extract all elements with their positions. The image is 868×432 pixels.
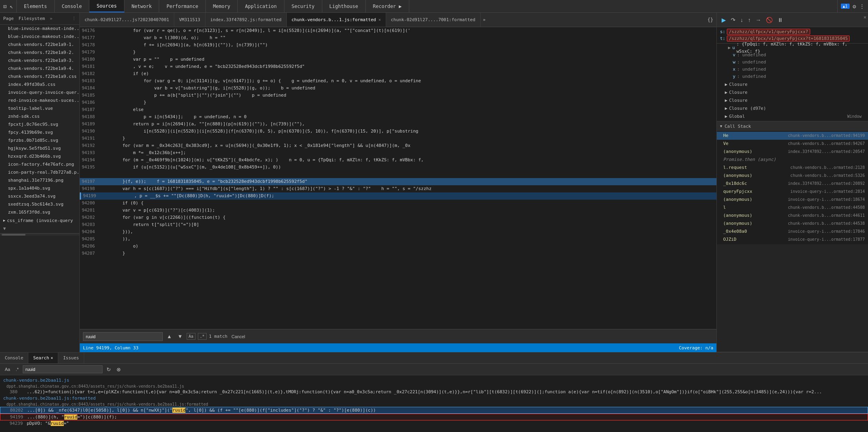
code-viewer[interactable]: 94176 for (var r = qe(), o = r[n(3123)],… [80,27,716,329]
file-tab-0[interactable]: chunk-02d91l27....js?20230407001 [80,13,174,27]
deactivate-breakpoints-button[interactable]: 🚫 [764,16,774,24]
search-regex-toggle-button[interactable]: .* [14,367,20,372]
bottom-tab-issues[interactable]: Issues [58,353,84,363]
tab-memory[interactable]: Memory [206,0,238,12]
call-stack-item[interactable]: Vechunk-vendors.b...ormatted:94267 [717,140,868,148]
sidebar-file-item[interactable]: chunk-vendors.f22be1a9.css [0,73,79,81]
code-line[interactable]: 94207 } [80,250,716,257]
sidebar-group-css-iframe[interactable]: ▶ css_iframe (invoice-query [0,216,79,224]
sidebar-file-item[interactable]: chunk-vendors.f22be1a9-1. [0,41,79,49]
step-button[interactable]: → [754,16,763,24]
call-stack-item[interactable]: (anonymous)invoice-query-i...ormatted:18… [717,196,868,204]
global-group[interactable]: ▶ Global Window [720,112,865,120]
sidebar-file-item[interactable]: znhd-sdk.css [0,113,79,121]
sidebar-file-item[interactable]: chunk-vendors.f22be1a9-4. [0,65,79,73]
settings-icon[interactable]: ⚙ [853,3,856,10]
sidebar-file-item[interactable]: zxm.165f3f0d.svg [0,208,79,216]
search-case-toggle-button[interactable]: Aa [3,367,12,372]
close-tab-icon[interactable]: × [379,18,381,22]
inline-search-input[interactable] [83,332,163,341]
sidebar-more-icon[interactable]: » [50,16,53,21]
call-stack-item[interactable]: l.requestchunk-vendors.b...ormatted:2128 [717,164,868,172]
search-result-line[interactable]: 94199...(880)](h, "ruuid=")[c(880)](f); [0,414,868,420]
search-result-line[interactable]: 94239pDpVO: "&ruuid=" [0,420,868,426]
closure-group-2[interactable]: ▶ Closure [720,88,865,96]
code-line[interactable]: 94195 if (u[n(5152)](u["wSsxC"](m, _0x4d… [80,164,716,171]
search-case-toggle[interactable]: Aa [187,333,195,340]
code-line[interactable]: 94204 })), [80,228,716,236]
code-line[interactable]: 94178 f += i[n(2694)](a, h[n(619)]("")),… [80,42,716,49]
file-tab-2[interactable]: index.33f47892.js:formatted [205,13,287,27]
sidebar-file-item[interactable]: icon-factory.f4e76afc.png [0,161,79,168]
tab-elements[interactable]: Elements [17,0,55,12]
call-stack-item[interactable]: OJZiDinvoice-query-i...ormatted:17877 [717,236,868,244]
file-tab-1[interactable]: VM311513 [174,13,205,27]
call-stack-item[interactable]: (anonymous)chunk-vendors.b...ormatted:53… [717,172,868,180]
search-next-icon[interactable]: ▼ [176,333,184,340]
code-line[interactable]: 94186 } [80,99,716,106]
code-line[interactable]: 94191 } [80,135,716,142]
code-line[interactable]: 94180 var p = "" p = undefined [80,56,716,63]
resume-button[interactable]: ▶ [720,16,728,24]
code-line[interactable]: 94176 for (var r = qe(), o = r[n(3123)],… [80,27,716,34]
sidebar-file-item[interactable]: ssxcx.3eed3a74.svg [0,192,79,200]
sidebar-file-item[interactable]: blue-invoice-makeout-inde... [0,25,79,33]
call-stack-item[interactable]: Hechunk-vendors.b...ormatted:94199 [717,132,868,140]
sidebar-file-item[interactable]: shanghai.31e77196.png [0,176,79,184]
pretty-print-icon[interactable]: {} [708,17,713,23]
code-line[interactable]: 94182 if (e) [80,70,716,77]
code-line[interactable]: 94189 return p = i[n(2694)](a, ""[n(880)… [80,121,716,128]
sidebar-file-item[interactable]: red-invoice-makeout-suces... [0,97,79,105]
sidebar-file-item[interactable]: index.49fd30a5.css [0,81,79,89]
call-stack-item[interactable]: _0x4e08a0invoice-query-i...ormatted:1784… [717,228,868,236]
code-line[interactable]: 94202 for (var g in v[c(2266)]((function… [80,214,716,221]
code-line[interactable]: 94198 var h = s[c(1687)]("?") === i["HiY… [80,185,716,192]
sidebar-file-item[interactable]: blue-invoice-makeout-inde... [0,33,79,41]
search-clear-icon[interactable]: ⊗ [115,366,122,373]
tab-console[interactable]: Console [55,0,90,12]
code-line[interactable] [80,171,716,178]
step-into-button[interactable]: ↓ [739,16,745,24]
close-right-panel-icon[interactable]: ✕ [864,14,866,20]
code-line[interactable]: 94201 var v = p[c(619)]("?")[c(4003)](1)… [80,207,716,214]
sidebar-file-item[interactable]: invoice-query-invoice-quer... [0,89,79,97]
overflow-menu-icon[interactable]: ⋮ [859,3,865,10]
step-over-button[interactable]: ↷ [729,16,737,24]
sidebar-file-item[interactable]: spx.1a1a404b.svg [0,184,79,192]
sidebar-group-extra[interactable]: ▼ [0,224,79,232]
code-line[interactable]: 94192 for (var m = _0x34c263[_0x383cd9],… [80,142,716,149]
sidebar-file-item[interactable]: icon-party-real.7db727a8.p... [0,168,79,176]
tab-application[interactable]: Application [238,0,284,12]
code-line[interactable]: 94199 , p = __$s += ""[Dc(880)]D(h, "ruu… [80,192,716,200]
call-stack-item[interactable]: lchunk-vendors.b...ormatted:44508 [717,204,868,212]
more-tabs-icon[interactable]: » [481,13,488,27]
code-line[interactable]: 94206 o) [80,243,716,250]
call-stack-header[interactable]: ▼ Call Stack [717,121,868,131]
closure-group-3[interactable]: ▶ Closure [720,96,865,104]
sidebar-file-item[interactable]: fprzbs.0b71d85c.svg [0,137,79,145]
sidebar-tab-page[interactable]: Page [3,16,14,21]
call-stack-item[interactable]: (anonymous)index.33f47892....ormatted:20… [717,148,868,156]
code-line[interactable]: 94185 p += a(b["split"]("")("join"]("") … [80,92,716,99]
sidebar-menu-icon[interactable]: ⋮ [72,16,76,21]
sidebar-file-item[interactable]: hgjksyw.5e5fbd51.svg [0,145,79,153]
bottom-tab-console[interactable]: Console [0,353,28,363]
search-prev-icon[interactable]: ▲ [165,333,174,340]
sidebar-file-item[interactable]: tooltip-label.vue [0,105,79,113]
tab-security[interactable]: Security [284,0,322,12]
code-line[interactable]: 94188 p = i[n(5434)]; p = undefined, n =… [80,113,716,121]
tab-lighthouse[interactable]: Lighthouse [322,0,366,12]
file-tab-3[interactable]: chunk-vendors.b...1.js:formatted × [287,13,386,27]
pause-on-exceptions-button[interactable]: ⏸ [776,16,785,24]
sidebar-file-item[interactable]: fpcy.4139b69e.svg [0,129,79,137]
call-stack-item[interactable]: queryFpjcxxinvoice-query-i...ormatted:28… [717,188,868,196]
code-line[interactable]: 94205 )), [80,236,716,243]
element-picker-icon[interactable]: ↖ [10,3,13,10]
call-stack-item[interactable]: (anonymous)chunk-vendors.b...ormatted:44… [717,220,868,228]
tab-network[interactable]: Network [124,0,160,12]
sidebar-file-item[interactable]: sxedtzsq.5bc614e3.svg [0,200,79,208]
step-out-button[interactable]: ↑ [746,16,752,24]
search-result-line[interactable]: 380...62)}=function(){var t=i,e=(plKZx:f… [0,389,868,395]
code-line[interactable]: 94187 else [80,106,716,113]
search-result-line[interactable]: 80202...[0]) && _nfe(6347)l0[e(5058)], l… [0,407,868,414]
